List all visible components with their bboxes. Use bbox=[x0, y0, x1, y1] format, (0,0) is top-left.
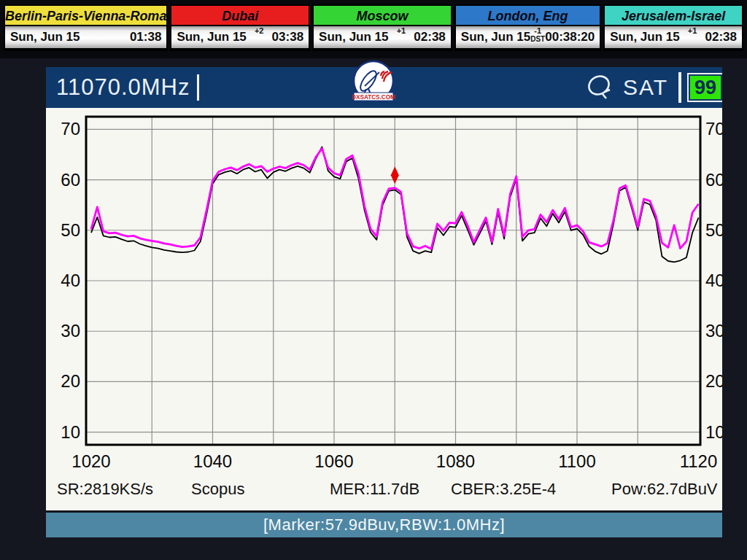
x-axis-tick-label: 1040 bbox=[193, 451, 232, 471]
frequency-field[interactable]: 11070.0MHz bbox=[46, 74, 199, 101]
clock-datetime: Sun, Jun 15+102:38 bbox=[605, 26, 742, 48]
clock-time: 02:38 bbox=[705, 30, 737, 44]
y-axis-tick-label-right: 60 bbox=[705, 170, 722, 190]
clock-time: 00:38:20 bbox=[545, 30, 595, 44]
y-axis-tick-label-left: 20 bbox=[61, 371, 80, 391]
clock-datetime: Sun, Jun 15-1DST00:38:20 bbox=[456, 26, 600, 48]
clock-cell-4: Jerusalem-IsraelSun, Jun 15+102:38 bbox=[603, 4, 743, 51]
y-axis-tick-label-right: 40 bbox=[705, 271, 722, 290]
clock-utc-offset: +1 bbox=[680, 26, 705, 48]
clock-city-label: London, Eng bbox=[456, 6, 600, 26]
clock-datetime: Sun, Jun 15+203:38 bbox=[171, 26, 309, 48]
clock-utc-offset: +2 bbox=[247, 26, 272, 48]
clock-time: 01:38 bbox=[130, 30, 161, 44]
y-axis-tick-label-left: 50 bbox=[61, 220, 80, 240]
clock-date: Sun, Jun 15 bbox=[610, 30, 679, 44]
marker-status-bar: [Marker:57.9dBuv,RBW:1.0MHz] bbox=[46, 512, 722, 537]
spectrum-chart: 1010202030304040505060607070102010401060… bbox=[46, 108, 722, 510]
mer-readout: MER:11.7dB bbox=[330, 480, 419, 499]
world-clock-strip: Berlin-Paris-Vienna-RomaSun, Jun 1501:38… bbox=[0, 0, 747, 58]
clock-datetime: Sun, Jun 15+102:38 bbox=[314, 26, 451, 48]
symbol-rate-readout: SR:2819KS/s bbox=[57, 480, 153, 499]
y-axis-tick-label-left: 30 bbox=[61, 321, 80, 341]
power-readout: Pow:62.7dBuV bbox=[611, 480, 718, 499]
x-axis-tick-label: 1080 bbox=[436, 451, 475, 471]
y-axis-tick-label-left: 40 bbox=[61, 271, 80, 290]
clock-date: Sun, Jun 15 bbox=[10, 30, 80, 44]
y-axis-tick-label-right: 50 bbox=[705, 220, 722, 240]
clock-date: Sun, Jun 15 bbox=[177, 30, 246, 44]
x-axis-tick-label: 1060 bbox=[314, 451, 353, 471]
x-axis-tick-label: 1100 bbox=[558, 451, 596, 471]
clock-utc-offset: +1 bbox=[389, 26, 414, 48]
clock-time: 02:38 bbox=[414, 30, 445, 44]
signal-quality-frame: 99 bbox=[687, 73, 722, 102]
clock-datetime: Sun, Jun 1501:38 bbox=[5, 26, 166, 48]
x-axis-tick-label: 1020 bbox=[71, 451, 110, 471]
clock-utc-offset bbox=[80, 26, 129, 48]
clock-cell-1: DubaiSun, Jun 15+203:38 bbox=[170, 4, 310, 51]
sat-label: SAT bbox=[623, 75, 668, 100]
x-axis-tick-label: 1120 bbox=[680, 451, 718, 471]
clock-date: Sun, Jun 15 bbox=[461, 30, 530, 44]
y-axis-tick-label-right: 30 bbox=[705, 321, 722, 341]
dxsatcs-logo: DXSATCS.COM bbox=[349, 60, 398, 106]
y-axis-tick-label-right: 70 bbox=[705, 119, 722, 139]
header-right-group: SAT 99 bbox=[585, 67, 722, 108]
satellite-dish-icon bbox=[585, 73, 616, 102]
clock-time: 03:38 bbox=[272, 30, 303, 44]
clock-cell-0: Berlin-Paris-Vienna-RomaSun, Jun 1501:38 bbox=[4, 4, 168, 51]
text-caret bbox=[197, 74, 199, 101]
frequency-value[interactable]: 11070.0MHz bbox=[56, 74, 190, 101]
marker-diamond-icon bbox=[391, 166, 399, 184]
clock-city-label: Dubai bbox=[171, 6, 309, 26]
clock-cell-3: London, EngSun, Jun 15-1DST00:38:20 bbox=[454, 4, 601, 51]
y-axis-tick-label-left: 10 bbox=[61, 422, 80, 442]
clock-city-label: Moscow bbox=[314, 6, 451, 26]
y-axis-tick-label-right: 10 bbox=[705, 422, 722, 442]
header-separator bbox=[678, 72, 681, 103]
clock-city-label: Berlin-Paris-Vienna-Roma bbox=[5, 6, 166, 26]
spectrum-analyzer-panel: 11070.0MHz SAT 99 1010202030304040505060… bbox=[46, 67, 722, 537]
provider-readout: Scopus bbox=[191, 480, 244, 499]
clock-cell-2: MoscowSun, Jun 15+102:38 bbox=[312, 4, 452, 51]
signal-quality-value: 99 bbox=[689, 74, 722, 101]
cber-readout: CBER:3.25E-4 bbox=[451, 480, 556, 499]
clock-date: Sun, Jun 15 bbox=[319, 30, 388, 44]
clock-city-label: Jerusalem-Israel bbox=[605, 6, 742, 26]
status-row: SR:2819KS/s Scopus MER:11.7dB CBER:3.25E… bbox=[46, 480, 722, 502]
spectrum-plot: 1010202030304040505060607070102010401060… bbox=[46, 108, 722, 510]
y-axis-tick-label-left: 60 bbox=[61, 170, 80, 190]
logo-text: DXSATCS.COM bbox=[352, 94, 395, 101]
y-axis-tick-label-right: 20 bbox=[705, 371, 722, 391]
clock-utc-offset: -1DST bbox=[530, 26, 545, 48]
y-axis-tick-label-left: 70 bbox=[61, 119, 80, 139]
marker-readout: [Marker:57.9dBuv,RBW:1.0MHz] bbox=[263, 516, 505, 534]
